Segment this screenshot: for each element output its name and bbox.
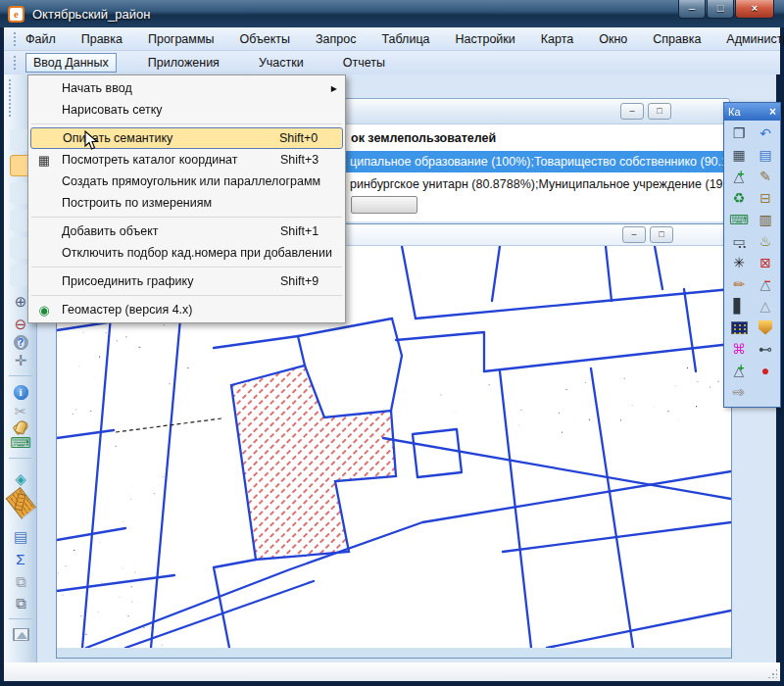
film-building-icon[interactable]: ▥ [753,209,779,230]
partial-combobox[interactable] [351,196,417,214]
close-button[interactable]: × [735,0,774,19]
toolbar-grip [13,31,17,47]
menu-tab[interactable]: Участки [251,53,312,73]
arrow-white-icon[interactable]: ⇨ [726,381,753,403]
keyboard-hand-icon[interactable]: ⌨ [9,432,32,459]
sum-icon[interactable]: Σ [9,548,32,570]
menu-item[interactable]: Таблица [382,32,430,46]
eu-flag-icon[interactable] [726,317,753,338]
menu-bar: ФайлПравкаПрограммыОбъектыЗапросТаблицаН… [4,27,780,51]
menu-tab[interactable]: Ввод Данных [25,53,117,73]
shortcut-label: Shift+1 [280,224,337,238]
list-table-icon[interactable]: ▤ [753,144,779,166]
gear-black-icon[interactable]: ✳ [726,252,753,273]
delete-red-icon[interactable]: ⊠ [753,252,779,273]
menu-item[interactable]: Справка [653,32,701,46]
menu-option[interactable]: Присоединить графику Shift+9 [28,270,345,292]
info-icon[interactable]: i [14,385,28,400]
panel-close-icon[interactable]: × [769,105,776,119]
coords-catalog-icon: ▦ [35,153,53,168]
menu-tab[interactable]: Приложения [140,53,227,73]
legend-list-icon[interactable]: ▤ [9,525,32,548]
edit-pencil-icon[interactable]: ✏ [726,273,753,295]
vvod-dannyh-menu: Начать ввод ▶ Нарисовать сетку Описать с… [27,74,346,323]
menu-item[interactable]: Окно [599,32,627,46]
toolbar-grip [13,55,17,71]
menu-option[interactable]: Описать семантику Shift+0 [30,127,343,149]
child-minimize-button[interactable]: – [622,226,646,243]
zoom-query-icon[interactable]: ? [14,335,28,350]
keyboard-hand-icon[interactable]: ⌨ [726,209,753,230]
menu-option[interactable]: Отключить подбор кад.номера при добавлен… [28,242,345,264]
cabinet-icon[interactable]: ⊟ [753,187,779,209]
menu-option[interactable]: ◉ Геомастер (версия 4.x) [28,299,345,320]
shortcut-label: Shift+3 [280,153,337,167]
menu-item[interactable]: Администратор [726,32,784,46]
sidebar-grip [8,78,12,118]
window-titlebar[interactable]: e Октябрьский_район – □ × [0,0,784,27]
menu-option[interactable]: Создать прямоугольник или параллелограмм [28,171,345,192]
geomaster-icon: ◉ [35,303,53,318]
menu-item[interactable]: Карта [541,32,573,46]
child-minimize-button[interactable]: – [620,103,644,120]
polygon-gray-icon[interactable]: △ [753,295,779,317]
menu-item[interactable]: Файл [25,32,56,46]
menu-item[interactable]: Запрос [316,32,356,46]
add-polygon-icon[interactable]: △ [726,166,753,187]
network-magenta-icon[interactable]: ⌘ [726,338,753,360]
submenu-arrow-icon: ▶ [331,84,337,93]
menu-item[interactable]: Программы [148,32,215,46]
window-title: Октябрьский_район [32,7,150,22]
menu-item[interactable]: Объекты [240,32,291,46]
undo-icon[interactable]: ↶ [753,122,779,144]
pan-hand-icon[interactable]: ✛ [9,350,32,376]
landusers-header: ок землепользователей [351,131,496,145]
menu-option[interactable]: Начать ввод ▶ [28,77,345,99]
menu-toolbar-row: Ввод ДанныхПриложенияУчасткиОтчеты [4,51,780,74]
image-icon[interactable] [13,628,29,641]
child-maximize-button[interactable]: □ [650,226,673,243]
map-hscrollbar[interactable] [57,648,731,658]
shortcut-label: Shift+9 [280,274,337,288]
status-bar [4,662,780,681]
app-window: { "window": { "title": "Октябрьский_райо… [0,0,784,686]
globe-recycle-icon[interactable]: ♻ [726,187,753,209]
black-book-icon[interactable]: ▋ [726,295,753,317]
diagram-icon[interactable]: ⧉ [9,570,32,593]
karta-tool-panel: Ка × ❒ ↶ ▦ ▤ △ ✎ [723,102,781,408]
subtract-polygon-icon[interactable]: △ [753,273,779,295]
pen-icon[interactable]: ✎ [753,166,779,187]
maximize-button[interactable]: □ [707,0,734,19]
menu-item[interactable]: Правка [81,32,122,46]
child-maximize-button[interactable]: □ [648,103,671,120]
panel-title: Ка [728,106,769,118]
menu-option[interactable]: Добавить объект Shift+1 [28,220,345,242]
red-circle-icon[interactable]: ● [753,360,779,381]
panel-titlebar[interactable]: Ка × [724,103,780,121]
cut-icon[interactable]: ✂ [9,400,32,422]
app-icon: e [8,6,24,23]
diagram2-icon[interactable]: ⧉ [9,593,32,619]
minimize-button[interactable]: – [678,0,706,19]
spray-alert-icon[interactable]: ♨ [753,230,779,252]
menu-option[interactable]: ▦ Посмотреть каталог координат Shift+3 [28,149,345,171]
table-icon[interactable]: ▦ [726,144,753,166]
ruler-icon[interactable] [5,487,36,519]
flowchart-icon[interactable]: ⊷ [753,338,779,360]
mouse-cursor [84,130,100,156]
car-icon[interactable]: ▭ [726,230,753,252]
shield-icon[interactable] [753,317,779,338]
shortcut-label: Shift+0 [279,131,336,145]
open-book-icon[interactable]: ❒ [726,122,753,144]
add-polygon2-icon[interactable]: △ [726,360,753,381]
menu-tab[interactable]: Отчеты [335,53,393,73]
menu-option[interactable]: Построить по измерениям [28,192,345,214]
menu-option[interactable]: Нарисовать сетку [28,99,345,121]
menu-item[interactable]: Настройки [456,32,515,46]
